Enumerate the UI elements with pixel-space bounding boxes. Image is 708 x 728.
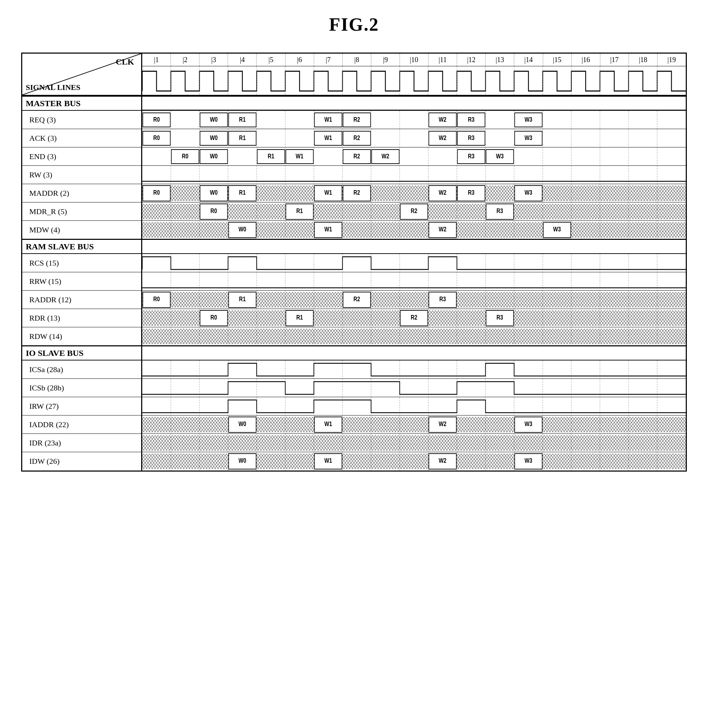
rcs-row: RCS (15) <box>22 254 686 272</box>
svg-text:R2: R2 <box>354 153 360 160</box>
idw-row: IDW (26) <box>22 452 686 470</box>
svg-text:R3: R3 <box>468 116 475 123</box>
rrw-label: RRW (15) <box>22 272 142 290</box>
svg-rect-413 <box>142 417 686 433</box>
svg-text:W1: W1 <box>324 457 332 464</box>
ack-row: ACK (3) <box>22 129 686 148</box>
svg-text:W0: W0 <box>210 135 218 142</box>
svg-text:R1: R1 <box>239 295 246 302</box>
svg-text:W1: W1 <box>296 153 303 160</box>
svg-text:W2: W2 <box>439 457 447 464</box>
svg-text:W2: W2 <box>439 135 447 142</box>
svg-text:W3: W3 <box>524 116 532 123</box>
svg-text:W2: W2 <box>439 189 447 196</box>
icsb-row: ICSb (28b) <box>22 379 686 397</box>
maddr-label: MADDR (2) <box>22 184 142 202</box>
irw-label: IRW (27) <box>22 397 142 415</box>
svg-text:R0: R0 <box>182 153 189 160</box>
irw-timing <box>142 397 686 415</box>
clk-num-13: |13 <box>486 54 514 66</box>
svg-text:W3: W3 <box>524 189 532 196</box>
svg-text:R1: R1 <box>239 135 246 142</box>
svg-text:R0: R0 <box>153 116 160 123</box>
svg-text:W1: W1 <box>324 420 332 427</box>
svg-text:R1: R1 <box>296 207 303 214</box>
svg-rect-340 <box>142 329 686 344</box>
clk-num-17: |17 <box>601 54 629 66</box>
rdw-row: RDW (14) <box>22 327 686 346</box>
idr-timing <box>142 434 686 452</box>
svg-text:R1: R1 <box>267 153 274 160</box>
maddr-row: MADDR (2) <box>22 184 686 203</box>
clk-numbers-row: |1 |2 |3 |4 |5 |6 |7 |8 |9 |10 |11 |12 |… <box>142 54 686 66</box>
clk-num-15: |15 <box>543 54 572 66</box>
end-row: END (3) <box>22 148 686 166</box>
end-label: END (3) <box>22 148 142 165</box>
clk-num-9: |9 <box>371 54 400 66</box>
req-label: REQ (3) <box>22 111 142 129</box>
iaddr-label: IADDR (22) <box>22 415 142 433</box>
svg-text:R3: R3 <box>468 135 475 142</box>
raddr-timing: R0 R1 R2 R3 <box>142 291 686 309</box>
req-timing: R0 W0 R1 W1 R2 W2 R3 <box>142 111 686 129</box>
svg-text:R3: R3 <box>468 153 475 160</box>
clk-label: CLK <box>116 57 134 67</box>
req-row: REQ (3) <box>22 111 686 129</box>
end-timing: R0 W0 R1 W1 R2 W2 R3 W3 <box>142 148 686 166</box>
svg-text:R1: R1 <box>239 189 246 196</box>
svg-rect-222 <box>142 222 686 238</box>
clk-num-4: |4 <box>228 54 257 66</box>
svg-text:R0: R0 <box>153 135 160 142</box>
svg-text:R2: R2 <box>354 135 360 142</box>
clk-num-1: |1 <box>142 54 171 66</box>
rw-row: RW (3) <box>22 166 686 184</box>
mdr-r-row: MDR_R (5) <box>22 203 686 221</box>
svg-rect-459 <box>142 454 686 469</box>
svg-rect-286 <box>142 292 686 308</box>
clk-num-16: |16 <box>572 54 601 66</box>
svg-text:R3: R3 <box>496 207 503 214</box>
clk-numbers-waveform: |1 |2 |3 |4 |5 |6 |7 |8 |9 |10 |11 |12 |… <box>142 54 686 95</box>
master-bus-header: MASTER BUS <box>22 96 686 111</box>
idr-label: IDR (23a) <box>22 434 142 452</box>
diagram-container: CLK SIGNAL LINES |1 |2 |3 |4 |5 |6 |7 |8… <box>21 52 687 472</box>
rw-timing <box>142 166 686 184</box>
iaddr-row: IADDR (22) <box>22 415 686 434</box>
rdw-label: RDW (14) <box>22 327 142 345</box>
clk-num-8: |8 <box>343 54 371 66</box>
clk-num-6: |6 <box>286 54 314 66</box>
svg-text:R2: R2 <box>411 207 418 214</box>
clk-num-19: |19 <box>657 54 686 66</box>
svg-text:W0: W0 <box>239 457 247 464</box>
rw-label: RW (3) <box>22 166 142 184</box>
clk-num-18: |18 <box>629 54 657 66</box>
rdr-row: RDR (13) <box>22 309 686 327</box>
svg-rect-440 <box>142 435 686 451</box>
svg-text:R0: R0 <box>210 207 217 214</box>
svg-text:R3: R3 <box>468 189 475 196</box>
rdw-timing <box>142 327 686 346</box>
svg-text:W3: W3 <box>524 420 532 427</box>
raddr-row: RADDR (12) <box>22 291 686 309</box>
rdr-timing: R0 R1 R2 R3 <box>142 309 686 327</box>
io-slave-bus-spacer <box>142 346 686 360</box>
svg-text:W3: W3 <box>553 226 561 233</box>
svg-text:R1: R1 <box>296 314 303 321</box>
idw-label: IDW (26) <box>22 452 142 470</box>
icsa-timing <box>142 360 686 379</box>
rrw-timing <box>142 272 686 291</box>
mdw-timing: W0 W1 W2 W3 <box>142 221 686 239</box>
rcs-label: RCS (15) <box>22 254 142 272</box>
signal-header-cell: CLK SIGNAL LINES <box>22 54 142 95</box>
rrw-row: RRW (15) <box>22 272 686 291</box>
ack-label: ACK (3) <box>22 129 142 147</box>
io-slave-bus-label: IO SLAVE BUS <box>22 346 142 360</box>
mdw-label: MDW (4) <box>22 221 142 239</box>
clk-waveform <box>142 66 686 96</box>
svg-text:W0: W0 <box>239 420 247 427</box>
clk-num-3: |3 <box>199 54 228 66</box>
svg-text:R2: R2 <box>411 314 418 321</box>
svg-text:W3: W3 <box>524 457 532 464</box>
svg-text:R0: R0 <box>210 314 217 321</box>
svg-text:W1: W1 <box>324 189 332 196</box>
